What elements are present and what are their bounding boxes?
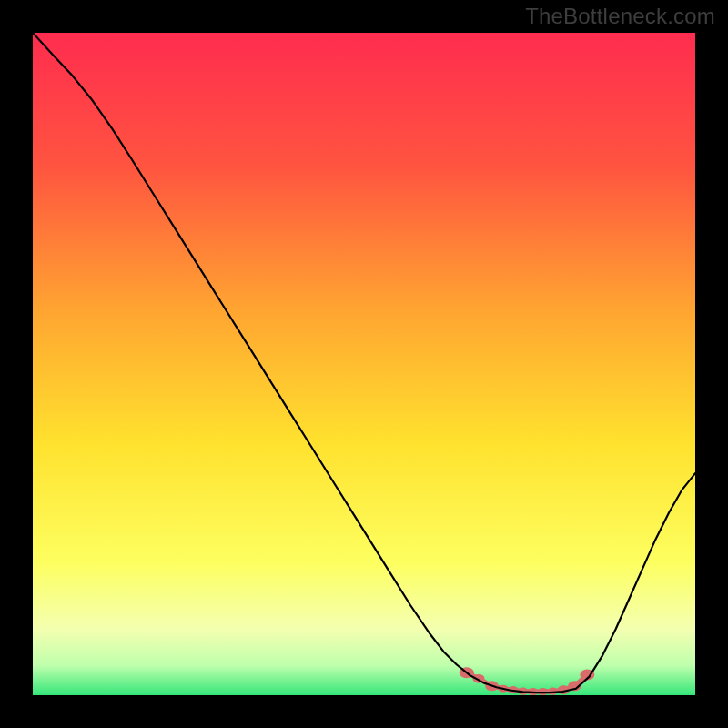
- chart-frame: TheBottleneck.com: [0, 0, 728, 728]
- annotation-bead: [538, 688, 548, 695]
- watermark-text: TheBottleneck.com: [525, 4, 715, 29]
- gradient-background: [33, 33, 695, 695]
- bottleneck-chart: [33, 33, 695, 695]
